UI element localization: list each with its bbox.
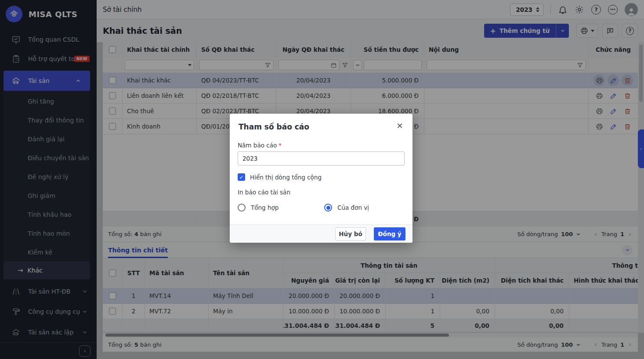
confirm-button[interactable]: Đồng ý — [374, 227, 405, 241]
checkbox-checked-icon: ✓ — [238, 173, 245, 181]
modal-footer: Hủy bỏ Đồng ý — [230, 224, 412, 243]
radio-summary-label[interactable]: Tổng hợp — [251, 204, 324, 211]
required-asterisk: * — [279, 142, 282, 149]
year-input-value: 2023 — [242, 155, 257, 162]
year-field-label: Năm báo cáo* — [238, 142, 282, 149]
app-root: MISA QLTS Tổng quan CSDL Hỗ trợ quyết to… — [0, 0, 644, 359]
modal-title: Tham số báo cáo — [239, 122, 309, 131]
report-params-modal: Tham số báo cáo ✕ Năm báo cáo* 2023 ✓ Hi… — [230, 114, 412, 243]
show-total-row-checkbox[interactable]: ✓ Hiển thị dòng tổng cộng — [238, 173, 322, 181]
cancel-button[interactable]: Hủy bỏ — [335, 227, 366, 241]
print-section-label: In báo cáo tài sản — [238, 189, 290, 196]
label-text: Năm báo cáo — [238, 142, 277, 149]
report-year-input[interactable]: 2023 — [238, 151, 405, 165]
close-icon[interactable]: ✕ — [394, 120, 405, 131]
checkbox-label: Hiển thị dòng tổng cộng — [250, 174, 322, 181]
close-glyph: ✕ — [396, 121, 403, 130]
radio-selected-icon[interactable] — [324, 204, 332, 212]
check-glyph: ✓ — [239, 174, 243, 180]
radio-unselected-icon[interactable] — [238, 204, 246, 212]
radio-unit-label[interactable]: Của đơn vị — [337, 204, 369, 211]
print-type-radios: Tổng hợp Của đơn vị — [238, 204, 369, 212]
